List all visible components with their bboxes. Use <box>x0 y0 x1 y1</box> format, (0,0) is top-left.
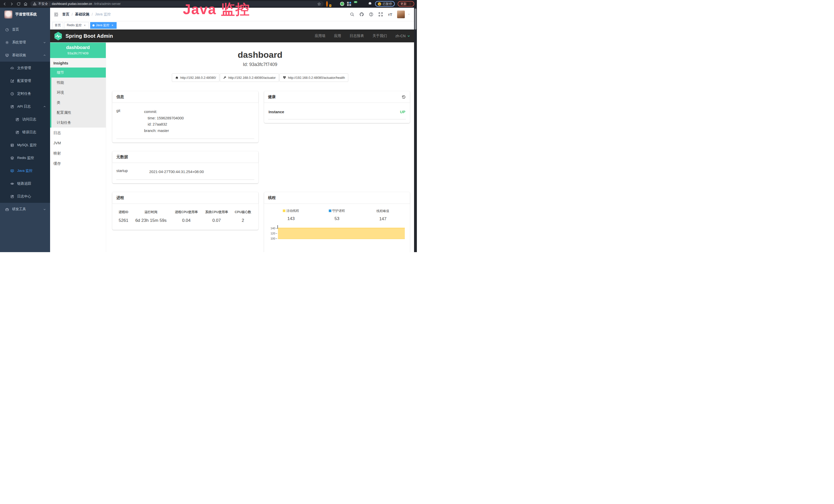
sidebar-item-file-mgmt[interactable]: 文件管理 <box>0 62 50 74</box>
sidebar-item-java-monitor[interactable]: Java 监控 <box>0 164 50 177</box>
sba-instance-header[interactable]: dashboard 93a3fc7f7409 <box>50 43 106 58</box>
sba-locale-selector[interactable]: zh-CN <box>395 34 410 38</box>
sidebar-item-error-logs[interactable]: 错误日志 <box>0 126 50 139</box>
tab-java-monitor[interactable]: Java 监控× <box>90 22 117 29</box>
spring-boot-admin-logo <box>54 31 62 41</box>
process-table: 进程ID 运行时间 进程CPU使用率 系统CPU使用率 CPU核心数 5261 … <box>116 207 254 226</box>
back-icon[interactable] <box>3 2 7 6</box>
active-threads-value: 143 <box>268 216 314 221</box>
instance-id: 93a3fc7f7409 <box>52 51 104 55</box>
reload-icon[interactable] <box>17 2 21 6</box>
sba-item-scheduled-tasks[interactable]: 计划任务 <box>51 118 106 128</box>
extension-pin-icon[interactable] <box>333 2 337 6</box>
sba-item-environment[interactable]: 环境 <box>51 88 106 97</box>
tabs-bar: 首页 Redis 监控× Java 监控× <box>50 21 417 29</box>
avatar-caret-icon[interactable] <box>408 13 410 16</box>
sidebar-item-access-logs[interactable]: 访问日志 <box>0 113 50 126</box>
sba-item-logs[interactable]: 日志 <box>50 128 106 138</box>
security-label: 不安全 <box>38 2 48 6</box>
help-icon[interactable] <box>369 12 373 17</box>
database-icon <box>10 143 14 147</box>
sidebar-item-log-center[interactable]: 日志中心 <box>0 190 50 203</box>
sba-brand-title: Spring Boot Admin <box>66 33 113 39</box>
sidebar-item-redis-monitor[interactable]: Redis 监控 <box>0 152 50 164</box>
sba-insights-list: 细节 性能 环境 类 配置属性 计划任务 <box>50 68 106 128</box>
bookmark-star-icon[interactable] <box>317 2 321 6</box>
sidebar-item-tracing[interactable]: 链路追踪 <box>0 177 50 190</box>
sidebar-item-api-logs[interactable]: API 日志 <box>0 100 50 113</box>
close-icon[interactable]: × <box>111 24 114 27</box>
sidebar-item-dev-tools[interactable]: 研发工具 <box>0 203 50 216</box>
sba-item-mappings[interactable]: 映射 <box>50 148 106 158</box>
close-icon[interactable]: × <box>83 24 87 27</box>
sba-nav-applications[interactable]: 应用 <box>334 33 341 38</box>
history-icon[interactable] <box>401 95 406 99</box>
extension-switch-icon[interactable]: on <box>354 2 358 6</box>
fullscreen-icon[interactable] <box>378 12 383 17</box>
sidebar-item-infrastructure[interactable]: 基础设施 <box>0 49 50 62</box>
forward-icon[interactable] <box>9 2 14 6</box>
page-scrollbar[interactable] <box>414 8 417 252</box>
sba-item-details[interactable]: 细节 <box>51 68 106 77</box>
instance-id-label: Id: 93a3fc7f7409 <box>106 62 414 67</box>
extension-y-icon[interactable]: y <box>340 2 344 6</box>
sba-nav-wallboard[interactable]: 应用墙 <box>315 33 325 38</box>
scrollbar-thumb[interactable] <box>415 8 416 29</box>
sidebar-menu: 首页 系统管理 基础设施 文件管理 配置管理 定时任务 API 日志 <box>0 23 50 216</box>
infra-monitor-icon <box>5 53 9 57</box>
github-icon[interactable] <box>359 12 364 17</box>
card-health: 健康 Instance UP <box>264 91 410 123</box>
user-avatar[interactable] <box>397 10 405 18</box>
sba-item-metrics[interactable]: 性能 <box>51 77 106 88</box>
log-edit-icon <box>16 118 19 121</box>
cpu-cores: 2 <box>232 215 254 226</box>
card-info: 信息 git commit: time: 1596289704000 id: 2… <box>112 91 258 142</box>
sba-item-jvm[interactable]: JVM <box>50 138 106 148</box>
search-icon[interactable] <box>350 12 354 17</box>
timer-icon <box>10 92 14 96</box>
puzzle-extensions-icon[interactable] <box>368 2 372 6</box>
app-title: 芋道管理系统 <box>15 12 37 17</box>
sidebar-item-scheduled-jobs[interactable]: 定时任务 <box>0 87 50 100</box>
threads-chart-yaxis: 140 120 100 <box>268 226 278 252</box>
sidebar-item-home[interactable]: 首页 <box>0 23 50 36</box>
daemon-threads-swatch <box>329 209 331 212</box>
chrome-update-button[interactable]: 更新⋮ <box>398 1 414 7</box>
chevron-up-icon <box>43 105 46 108</box>
home-icon[interactable] <box>23 2 28 6</box>
profile-paused-chip[interactable]: 已暂停 <box>375 1 395 7</box>
sba-item-classes[interactable]: 类 <box>51 97 106 108</box>
card-metadata-header: 元数据 <box>112 151 258 162</box>
actuator-url-button[interactable]: http://192.168.0.2:48080/actuator <box>220 73 279 82</box>
hamburger-icon[interactable] <box>54 12 59 17</box>
breadcrumb-home[interactable]: 首页 <box>62 12 69 17</box>
extension-leaf-icon[interactable] <box>361 2 365 6</box>
active-dot <box>92 24 94 26</box>
sba-item-caches[interactable]: 缓存 <box>50 158 106 169</box>
service-url-button[interactable]: http://192.168.0.2:48080/ <box>172 73 219 82</box>
health-instance-row[interactable]: Instance UP <box>268 106 406 119</box>
extension-grid-icon[interactable] <box>347 2 351 6</box>
sba-nav-journal[interactable]: 日志报表 <box>350 33 364 38</box>
sba-nav-about[interactable]: 关于我们 <box>372 33 387 38</box>
app-sidebar: 芋道管理系统 首页 系统管理 基础设施 文件管理 配置管理 定时任务 <box>0 8 50 252</box>
address-bar[interactable]: 不安全 dashboard.yudao.iocoder.cn/infra/adm… <box>30 1 324 7</box>
thread-stats: 活动线程 143 守护进程 53 线程峰值 147 <box>268 208 406 222</box>
gauge-icon <box>5 28 9 31</box>
sba-item-config-props[interactable]: 配置属性 <box>51 108 106 118</box>
java-monitor-icon <box>10 169 14 173</box>
font-size-icon[interactable]: ᴛT <box>388 12 392 17</box>
extension-update-icon[interactable]: 1 <box>326 2 330 6</box>
breadcrumb-infrastructure[interactable]: 基础设施 <box>75 12 89 17</box>
sidebar-item-config-mgmt[interactable]: 配置管理 <box>0 74 50 87</box>
sidebar-item-mysql-monitor[interactable]: MySQL 监控 <box>0 139 50 152</box>
health-url-button[interactable]: http://192.168.0.2:48080/actuator/health <box>280 73 348 82</box>
tab-home[interactable]: 首页 <box>52 22 63 29</box>
tab-redis-monitor[interactable]: Redis 监控× <box>64 22 89 29</box>
browser-menu-icon: ⋮ <box>409 2 412 6</box>
status-badge: UP <box>400 110 405 114</box>
sba-section-insights: Insights <box>50 58 106 68</box>
sidebar-item-system-mgmt[interactable]: 系统管理 <box>0 36 50 49</box>
instance-name: dashboard <box>52 45 104 50</box>
process-cpu: 0.04 <box>171 215 202 226</box>
